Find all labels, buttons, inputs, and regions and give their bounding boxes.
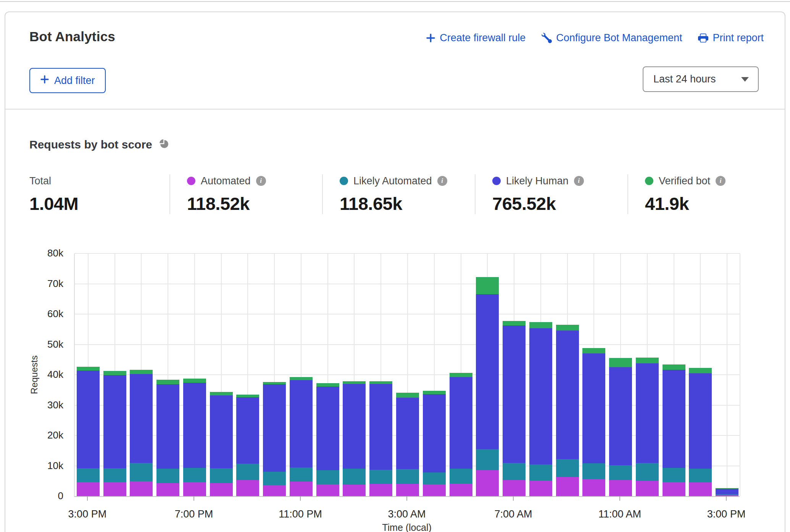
bar-1-00-am[interactable] (343, 253, 366, 496)
bar-segment-likely-human (316, 387, 339, 470)
x-tick-label: 7:00 PM (175, 508, 213, 520)
time-range-select[interactable]: Last 24 hours (643, 66, 759, 92)
bar-8-00-pm[interactable] (210, 253, 233, 496)
stat-automated: Automated i 118.52k (169, 174, 322, 214)
bar-segment-likely-automated (450, 469, 472, 484)
print-report-link[interactable]: Print report (698, 32, 764, 44)
time-range-value: Last 24 hours (653, 73, 716, 85)
bar-segment-verified-bot (663, 364, 685, 370)
bar-2-00-am[interactable] (369, 253, 392, 496)
bar-segment-likely-human (343, 384, 366, 469)
bar-segment-verified-bot (689, 368, 712, 373)
bar-4-00-am[interactable] (423, 253, 446, 496)
x-tick-label: 7:00 AM (495, 508, 532, 520)
bar-segment-automated (663, 482, 685, 496)
bar-7-00-am[interactable] (503, 253, 526, 496)
stat-value: 41.9k (645, 193, 780, 214)
bar-9-00-am[interactable] (556, 253, 579, 496)
header-actions: Create firewall rule Configure Bot Manag… (426, 32, 764, 44)
bar-12-00-pm[interactable] (636, 253, 659, 496)
bar-1-00-pm[interactable] (663, 253, 685, 496)
chart-plot (74, 253, 740, 496)
bar-segment-likely-human (236, 397, 259, 464)
page-title: Bot Analytics (29, 29, 115, 44)
plus-icon (426, 33, 435, 43)
bar-segment-automated (503, 480, 526, 496)
info-icon[interactable]: i (437, 176, 447, 186)
bar-segment-automated (290, 482, 313, 496)
bar-segment-likely-automated (369, 470, 392, 484)
bar-segment-verified-bot (556, 325, 579, 330)
bar-11-00-pm[interactable] (290, 253, 313, 496)
bar-3-00-pm[interactable] (716, 253, 738, 496)
x-axis-label: Time (local) (74, 522, 740, 532)
bar-segment-likely-human (450, 377, 472, 469)
bar-12-00-am[interactable] (316, 253, 339, 496)
bar-segment-likely-automated (529, 464, 552, 480)
plus-icon (40, 75, 49, 87)
bar-segment-verified-bot (77, 367, 100, 371)
bar-10-00-pm[interactable] (263, 253, 286, 496)
add-filter-button[interactable]: Add filter (29, 68, 106, 93)
bar-6-00-pm[interactable] (156, 253, 179, 496)
bar-segment-likely-human (636, 363, 659, 463)
x-tick-label: 3:00 PM (68, 508, 107, 520)
bar-segment-likely-automated (689, 469, 712, 482)
bar-segment-likely-human (369, 384, 392, 470)
x-tick-label: 3:00 AM (388, 508, 426, 520)
stat-value: 765.52k (492, 193, 627, 214)
x-tick-mark (193, 496, 194, 501)
bar-11-00-am[interactable] (609, 253, 632, 496)
bar-10-00-am[interactable] (582, 253, 605, 496)
likely-automated-legend-dot (340, 177, 348, 185)
bar-segment-verified-bot (343, 381, 366, 384)
y-tick-label: 40k (25, 369, 63, 380)
bar-4-00-pm[interactable] (103, 253, 126, 496)
bar-segment-likely-human (556, 330, 579, 459)
bar-segment-likely-human (156, 384, 179, 469)
bar-segment-automated (689, 482, 712, 496)
bot-analytics-card: Bot Analytics Create firewall rule Confi… (5, 11, 785, 532)
bar-segment-verified-bot (503, 321, 526, 326)
stat-total: Total 1.04M (29, 174, 169, 214)
bar-segment-likely-automated (582, 463, 605, 479)
bar-segment-automated (103, 482, 126, 496)
create-firewall-rule-link[interactable]: Create firewall rule (426, 32, 526, 44)
bar-segment-verified-bot (476, 277, 499, 294)
bar-segment-likely-human (103, 375, 126, 468)
bar-segment-verified-bot (183, 379, 206, 383)
y-tick-label: 70k (25, 278, 63, 290)
info-icon[interactable]: i (574, 176, 584, 186)
bar-segment-likely-automated (556, 459, 579, 477)
printer-icon (698, 33, 708, 43)
bar-segment-likely-human (689, 373, 712, 469)
x-tick-label: 3:00 PM (707, 508, 746, 520)
bar-5-00-pm[interactable] (130, 253, 153, 496)
bar-segment-likely-human (210, 395, 233, 468)
bar-segment-automated (609, 480, 632, 496)
bar-3-00-am[interactable] (396, 253, 419, 496)
stats-row: Total 1.04M Automated i 118.52k Likely A… (29, 174, 780, 214)
bar-8-00-am[interactable] (529, 253, 552, 496)
action-label: Print report (713, 32, 764, 44)
bar-segment-likely-human (503, 326, 526, 463)
stat-verified-bot: Verified bot i 41.9k (627, 174, 780, 214)
bar-2-00-pm[interactable] (689, 253, 712, 496)
bar-segment-automated (343, 485, 366, 496)
configure-bot-management-link[interactable]: Configure Bot Management (542, 32, 682, 44)
stat-label: Likely Human (506, 175, 569, 187)
bar-6-00-am[interactable] (476, 253, 499, 496)
stat-likely-automated: Likely Automated i 118.65k (322, 174, 475, 214)
chevron-down-icon (741, 77, 749, 82)
info-icon[interactable]: i (716, 176, 726, 186)
bar-3-00-pm[interactable] (77, 253, 100, 496)
bar-segment-likely-automated (130, 463, 153, 481)
page: { "header": { "title": "Bot Analytics", … (0, 0, 790, 532)
bar-9-00-pm[interactable] (236, 253, 259, 496)
stat-label: Total (29, 175, 51, 187)
bar-5-00-am[interactable] (450, 253, 472, 496)
info-icon[interactable]: i (256, 176, 266, 186)
bar-7-00-pm[interactable] (183, 253, 206, 496)
plot-right-border (740, 253, 740, 496)
bar-segment-likely-automated (236, 464, 259, 480)
